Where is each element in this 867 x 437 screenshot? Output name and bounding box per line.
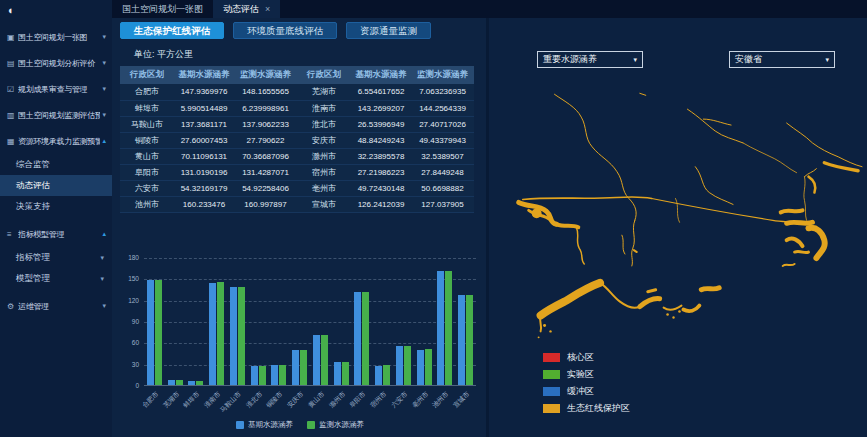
sidebar-item-label: 国土空间规划分析评价 [18,58,100,69]
map-icon: ▣ [7,33,18,42]
bar-基期水源涵养 [334,362,341,385]
legend-swatch [543,353,560,362]
sidebar-item-label: 国土空间规划一张图 [18,32,100,43]
table-cell: 阜阳市 [120,164,174,180]
bar-基期水源涵养 [147,280,154,385]
table-row: 蚌埠市5.9905144896.239998961淮南市143.26992071… [120,100,474,116]
x-axis-tick-label: 安庆市 [286,390,306,410]
map-canvas[interactable]: 核心区实验区缓冲区生态红线保护区 [489,80,867,437]
sidebar-collapse-icon[interactable]: ◐ [8,4,15,16]
bar-监测水源涵养 [155,280,162,385]
table-row: 六安市54.3216917954.92258406亳州市49.724301485… [120,180,474,196]
table-cell: 6.239998961 [234,100,297,116]
sidebar-item[interactable]: ▦资源环境承载力监测预警▴ [0,128,112,154]
chevron-up-icon: ▴ [102,230,106,238]
bar-监测水源涵养 [383,365,390,385]
table-row: 铜陵市27.6000745327.790622安庆市48.8424924349.… [120,132,474,148]
region-select-value: 安徽省 [735,53,762,66]
chart-legend-item[interactable]: 基期水源涵养 [236,420,293,430]
app-window: ◐ ▣国土空间规划一张图▾▤国土空间规划分析评价▾☑规划成果审查与管理▾▥国土空… [0,0,867,437]
bar-监测水源涵养 [362,292,369,385]
bar-基期水源涵养 [375,366,382,385]
table-cell: 铜陵市 [120,132,174,148]
sidebar-subitem[interactable]: 动态评估 [0,175,112,196]
bar-监测水源涵养 [466,295,473,385]
table-cell: 54.32169179 [174,180,234,196]
sidebar-item[interactable]: ☑规划成果审查与管理▾ [0,76,112,102]
bar-groups [144,258,476,385]
analysis-icon: ▤ [7,59,18,68]
eval-button[interactable]: 环境质量底线评估 [233,22,337,39]
table-cell: 黄山市 [120,148,174,164]
table-cell: 137.9062233 [234,116,297,132]
sidebar-subitem[interactable]: 综合监管 [0,154,112,175]
table-cell: 144.2564339 [411,100,474,116]
dropdown-caret-icon: ▾ [633,56,637,64]
eval-button[interactable]: 资源通量监测 [346,22,431,39]
sidebar-item[interactable]: ▣国土空间规划一张图▾ [0,24,112,50]
bar-group [437,271,452,385]
metric-select[interactable]: 重要水源涵养 ▾ [537,51,643,68]
table-cell: 137.3681171 [174,116,234,132]
sidebar-nav: ▣国土空间规划一张图▾▤国土空间规划分析评价▾☑规划成果审查与管理▾▥国土空间规… [0,20,112,319]
table-row: 马鞍山市137.3681171137.9062233淮北市26.53996949… [120,116,474,132]
table-header-cell: 监测水源涵养 [234,66,297,84]
region-select[interactable]: 安徽省 ▾ [729,51,835,68]
sidebar-item[interactable]: ▥国土空间规划监测评估预警▾ [0,102,112,128]
table-cell: 池州市 [120,196,174,212]
chart-legend-item[interactable]: 监测水源涵养 [307,420,364,430]
table-cell: 50.6698882 [411,180,474,196]
bar-group [168,380,183,385]
chevron-down-icon: ▾ [102,85,106,93]
unit-label: 单位: 平方公里 [134,48,488,61]
x-axis-tick-label: 芜湖市 [161,390,181,410]
table-cell: 蚌埠市 [120,100,174,116]
sidebar: ◐ ▣国土空间规划一张图▾▤国土空间规划分析评价▾☑规划成果审查与管理▾▥国土空… [0,0,112,437]
water-conservation-bar-chart: 0306090120150180 合肥市芜湖市蚌埠市淮南市马鞍山市淮北市铜陵市安… [120,258,480,434]
table-body: 合肥市147.9369976148.1655565芜湖市6.5546176527… [120,84,474,212]
close-icon[interactable]: × [265,4,270,14]
sidebar-item-label: 资源环境承载力监测预警 [18,136,100,147]
bar-基期水源涵养 [313,335,320,385]
bar-监测水源涵养 [321,335,328,385]
x-axis-tick-label: 铜陵市 [265,390,285,410]
bar-group [354,292,369,385]
map-legend: 核心区实验区缓冲区生态红线保护区 [543,351,630,415]
chart-legend: 基期水源涵养监测水源涵养 [120,420,480,430]
map-legend-item: 核心区 [543,351,630,364]
sidebar-item-label: 规划成果审查与管理 [18,84,100,95]
bar-基期水源涵养 [396,346,403,385]
table-cell: 127.037905 [411,196,474,212]
map-panel: 重要水源涵养 ▾ 安徽省 ▾ [486,18,867,437]
table-header-cell: 监测水源涵养 [411,66,474,84]
sidebar-subitem-label: 动态评估 [16,180,104,192]
table-cell: 6.554617652 [351,84,411,100]
bar-基期水源涵养 [292,350,299,385]
table-header-cell: 基期水源涵养 [351,66,411,84]
chart-plot [144,258,476,386]
table-header-cell: 基期水源涵养 [174,66,234,84]
review-icon: ☑ [7,85,18,94]
sidebar-item[interactable]: ⚙运维管理▾ [0,293,112,319]
sidebar-subitem[interactable]: 指标管理▾ [0,247,112,268]
tab-bar: 国土空间规划一张图动态评估× [112,0,867,18]
x-axis-tick-label: 蚌埠市 [182,390,202,410]
eval-button[interactable]: 生态保护红线评估 [120,22,224,39]
sidebar-subitem[interactable]: 模型管理▾ [0,268,112,289]
bar-基期水源涵养 [271,365,278,385]
bar-监测水源涵养 [425,349,432,385]
table-header-cell: 行政区划 [120,66,174,84]
bar-group [313,335,328,385]
map-legend-item: 缓冲区 [543,385,630,398]
sidebar-item[interactable]: ≡指标模型管理▴ [0,221,112,247]
bar-监测水源涵养 [404,346,411,385]
sidebar-subitem-label: 指标管理 [16,252,98,264]
tab-item[interactable]: 国土空间规划一张图 [112,0,213,18]
sidebar-item[interactable]: ▤国土空间规划分析评价▾ [0,50,112,76]
metric-select-value: 重要水源涵养 [543,53,597,66]
table-cell: 27.8449248 [411,164,474,180]
map-legend-item: 实验区 [543,368,630,381]
sidebar-subitem[interactable]: 决策支持 [0,196,112,217]
y-axis-tick-label: 90 [120,318,139,325]
tab-active[interactable]: 动态评估× [213,0,280,18]
